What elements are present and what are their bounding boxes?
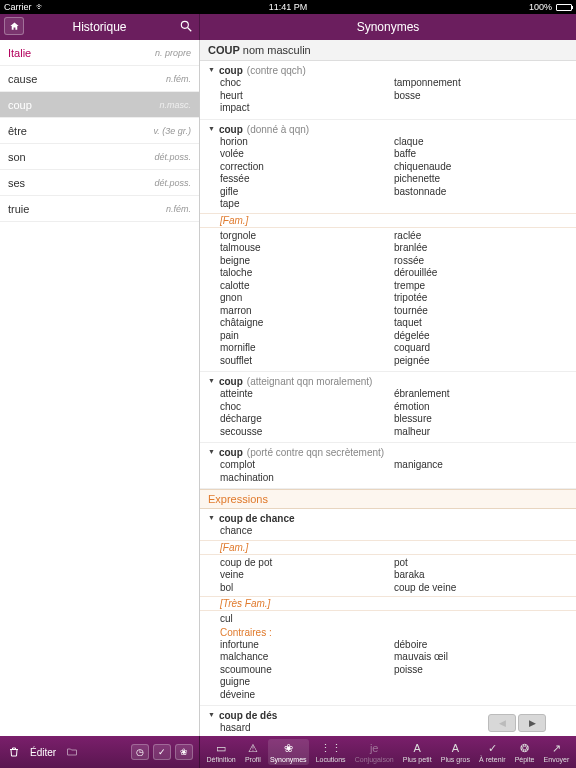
synonym-word[interactable]: coup de veine xyxy=(394,582,568,595)
synonym-word[interactable]: peignée xyxy=(394,355,568,368)
sense-header[interactable]: ▼coup (porté contre qqn secrètement) xyxy=(200,446,576,459)
main-content[interactable]: COUP nom masculin▼coup (contre qqch)choc… xyxy=(200,40,576,736)
toolbar-profil-button[interactable]: ⚠Profil xyxy=(243,739,263,765)
synonym-word[interactable]: poisse xyxy=(394,664,568,677)
folder-icon[interactable] xyxy=(64,744,80,760)
trash-icon[interactable] xyxy=(6,744,22,760)
synonym-word[interactable]: veine xyxy=(220,569,394,582)
synonym-word[interactable]: bosse xyxy=(394,90,568,103)
synonym-word[interactable]: torgnole xyxy=(220,230,394,243)
history-item[interactable]: coupn.masc. xyxy=(0,92,199,118)
synonym-word[interactable]: manigance xyxy=(394,459,568,472)
synonym-word[interactable]: décharge xyxy=(220,413,394,426)
synonym-word[interactable]: chiquenaude xyxy=(394,161,568,174)
synonym-word[interactable]: taquet xyxy=(394,317,568,330)
history-star-button[interactable]: ❀ xyxy=(175,744,193,760)
synonym-word[interactable]: trempe xyxy=(394,280,568,293)
synonym-word[interactable]: pot xyxy=(394,557,568,570)
synonym-word[interactable]: ébranlement xyxy=(394,388,568,401)
synonym-word[interactable]: machination xyxy=(220,472,394,485)
synonym-word[interactable]: rossée xyxy=(394,255,568,268)
edit-button[interactable]: Éditer xyxy=(30,747,56,758)
pager-next-button[interactable]: ▶ xyxy=(518,714,546,732)
synonym-word[interactable]: coquard xyxy=(394,342,568,355)
expression-header[interactable]: ▼coup de chance xyxy=(200,512,576,525)
toolbar--retenir-button[interactable]: ✓À retenir xyxy=(477,739,507,765)
synonym-word[interactable]: scoumoune xyxy=(220,664,394,677)
synonym-word[interactable]: malchance xyxy=(220,651,394,664)
synonym-word[interactable]: dégelée xyxy=(394,330,568,343)
synonym-word[interactable]: soufflet xyxy=(220,355,394,368)
sense-header[interactable]: ▼coup (atteignant qqn moralement) xyxy=(200,375,576,388)
toolbar-d-finition-button[interactable]: ▭Définition xyxy=(205,739,238,765)
synonym-word[interactable]: malheur xyxy=(394,426,568,439)
synonym-word[interactable]: déveine xyxy=(220,689,394,702)
synonym-word[interactable]: gifle xyxy=(220,186,394,199)
pager-prev-button[interactable]: ◀ xyxy=(488,714,516,732)
history-item[interactable]: truien.fém. xyxy=(0,196,199,222)
synonym-word[interactable]: baffe xyxy=(394,148,568,161)
synonym-word[interactable]: choc xyxy=(220,401,394,414)
synonym-word[interactable]: choc xyxy=(220,77,394,90)
toolbar-locutions-button[interactable]: ⋮⋮Locutions xyxy=(314,739,348,765)
synonym-word[interactable]: heurt xyxy=(220,90,394,103)
synonym-word[interactable]: pain xyxy=(220,330,394,343)
synonym-word[interactable]: cul xyxy=(220,613,394,626)
sense-header[interactable]: ▼coup (contre qqch) xyxy=(200,64,576,77)
history-word: être xyxy=(8,125,27,137)
synonym-word[interactable]: atteinte xyxy=(220,388,394,401)
synonym-word[interactable]: baraka xyxy=(394,569,568,582)
synonym-word[interactable]: gnon xyxy=(220,292,394,305)
synonym-word[interactable]: branlée xyxy=(394,242,568,255)
synonym-word[interactable]: volée xyxy=(220,148,394,161)
synonym-word[interactable]: infortune xyxy=(220,639,394,652)
synonym-word[interactable]: marron xyxy=(220,305,394,318)
synonym-word[interactable]: chance xyxy=(220,525,394,538)
synonym-word[interactable]: tape xyxy=(220,198,394,211)
synonym-word[interactable]: secousse xyxy=(220,426,394,439)
search-button[interactable] xyxy=(179,19,193,33)
synonym-word[interactable]: horion xyxy=(220,136,394,149)
synonym-word[interactable]: mauvais œil xyxy=(394,651,568,664)
synonym-word[interactable]: hasard xyxy=(220,722,394,735)
synonym-word[interactable]: calotte xyxy=(220,280,394,293)
synonym-word[interactable]: beigne xyxy=(220,255,394,268)
history-item[interactable]: Italien. propre xyxy=(0,40,199,66)
history-clock-button[interactable]: ◷ xyxy=(131,744,149,760)
synonym-word[interactable]: tripotée xyxy=(394,292,568,305)
synonym-word[interactable]: impact xyxy=(220,102,394,115)
synonym-word[interactable]: châtaigne xyxy=(220,317,394,330)
toolbar-synonymes-button[interactable]: ❀Synonymes xyxy=(268,739,309,765)
history-item[interactable]: sondét.poss. xyxy=(0,144,199,170)
synonym-word[interactable]: bol xyxy=(220,582,394,595)
history-item[interactable]: causen.fém. xyxy=(0,66,199,92)
synonym-word[interactable]: dérouillée xyxy=(394,267,568,280)
synonym-word[interactable]: blessure xyxy=(394,413,568,426)
synonym-word[interactable]: fessée xyxy=(220,173,394,186)
toolbar-envoyer-button[interactable]: ↗Envoyer xyxy=(542,739,572,765)
history-check-button[interactable]: ✓ xyxy=(153,744,171,760)
synonym-word[interactable]: pichenette xyxy=(394,173,568,186)
history-item[interactable]: sesdét.poss. xyxy=(0,170,199,196)
toolbar-p-pite-button[interactable]: ❂Pépite xyxy=(513,739,537,765)
history-item[interactable]: êtrev. (3e gr.) xyxy=(0,118,199,144)
synonym-word[interactable]: coup de pot xyxy=(220,557,394,570)
toolbar-conjugaison-button[interactable]: jeConjugaison xyxy=(353,739,396,765)
synonym-word[interactable]: talmouse xyxy=(220,242,394,255)
synonym-word[interactable]: guigne xyxy=(220,676,394,689)
synonym-word[interactable]: déboire xyxy=(394,639,568,652)
home-button[interactable] xyxy=(4,17,24,35)
synonym-word[interactable]: raclée xyxy=(394,230,568,243)
synonym-word[interactable]: bastonnade xyxy=(394,186,568,199)
sense-header[interactable]: ▼coup (donné à qqn) xyxy=(200,123,576,136)
synonym-word[interactable]: correction xyxy=(220,161,394,174)
synonym-word[interactable]: taloche xyxy=(220,267,394,280)
synonym-word[interactable]: mornifle xyxy=(220,342,394,355)
toolbar-plus-gros-button[interactable]: APlus gros xyxy=(439,739,472,765)
synonym-word[interactable]: complot xyxy=(220,459,394,472)
toolbar-plus-petit-button[interactable]: APlus petit xyxy=(401,739,434,765)
synonym-word[interactable]: tamponnement xyxy=(394,77,568,90)
synonym-word[interactable]: claque xyxy=(394,136,568,149)
synonym-word[interactable]: tournée xyxy=(394,305,568,318)
synonym-word[interactable]: émotion xyxy=(394,401,568,414)
